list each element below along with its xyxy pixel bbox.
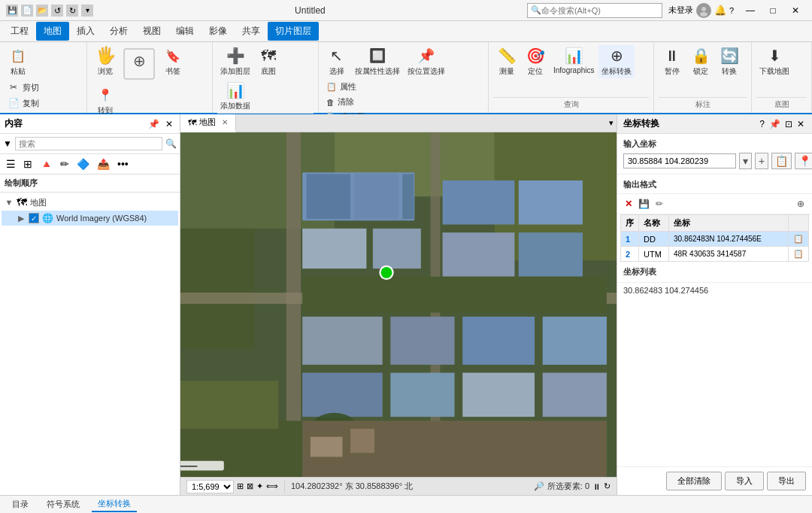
panel-help-button[interactable]: ? <box>758 119 766 129</box>
coord-input-add[interactable]: + <box>755 153 768 169</box>
svg-rect-24 <box>462 317 535 365</box>
map-tab[interactable]: 🗺 地图 ✕ <box>180 114 236 132</box>
row-dd-copy[interactable]: 📋 <box>789 232 809 247</box>
scale-selector[interactable]: 1:5,699 <box>186 480 234 493</box>
more-options-button[interactable]: ••• <box>114 156 132 172</box>
output-save-button[interactable]: 💾 <box>637 197 651 211</box>
nav-icon-1[interactable]: ⊞ <box>237 481 244 491</box>
sidebar-pin-button[interactable]: 📌 <box>146 119 162 129</box>
output-edit-button[interactable]: ✏ <box>654 197 665 211</box>
measure-button[interactable]: 📏 测量 <box>493 45 520 78</box>
nav-icon-4[interactable]: ⟺ <box>266 481 278 491</box>
add-data-button[interactable]: 📊 添加数据 <box>217 80 253 113</box>
undo-icon[interactable]: ↺ <box>51 5 63 17</box>
tree-item-map[interactable]: ▼ 🗺 地图 <box>2 194 178 211</box>
menu-item-analysis[interactable]: 分析 <box>102 22 135 41</box>
map-tab-close[interactable]: ✕ <box>222 118 228 126</box>
menu-item-view[interactable]: 视图 <box>135 22 168 41</box>
pause-button[interactable]: ⏸ 暂停 <box>659 45 686 78</box>
bookmark-button[interactable]: 🔖 书签 <box>159 45 186 78</box>
window-controls[interactable]: — □ ✕ <box>740 2 806 19</box>
sidebar-search-input[interactable] <box>15 137 162 150</box>
export-button-coord[interactable]: 导出 <box>767 472 806 490</box>
nav-icon-3[interactable]: ✦ <box>256 481 263 491</box>
coord-input-locate[interactable]: 📍 <box>795 153 812 169</box>
layer-checkbox[interactable]: ✓ <box>29 213 39 223</box>
minimize-button[interactable]: — <box>740 2 761 19</box>
download-map-button[interactable]: ⬇ 下载地图 <box>756 45 792 78</box>
notification-icon[interactable]: 🔔 <box>714 5 726 16</box>
copy-button[interactable]: 📄 复制 <box>5 96 59 111</box>
row-utm-copy[interactable]: 📋 <box>789 247 809 262</box>
save-icon[interactable]: 💾 <box>6 5 18 17</box>
add-layer-button[interactable]: ➕ 添加图层 <box>217 45 253 78</box>
filter-button[interactable]: 🔺 <box>37 156 56 172</box>
menu-item-imagery[interactable]: 影像 <box>201 22 235 41</box>
select-button[interactable]: ↖ 选择 <box>323 45 350 78</box>
select-by-location-button[interactable]: 📌 按位置选择 <box>404 45 448 78</box>
coord-input-copy[interactable]: 📋 <box>771 153 792 169</box>
col-coords: 坐标 <box>669 215 789 232</box>
nav-icon-2[interactable]: ⊠ <box>247 481 253 491</box>
goto-button[interactable]: 📍 转到 <box>92 84 119 117</box>
output-remove-button[interactable]: ✕ <box>623 197 634 211</box>
grid-view-button[interactable]: ⊞ <box>20 156 35 172</box>
select-by-attr-button[interactable]: 🔲 按属性性选择 <box>352 45 403 78</box>
menu-item-share[interactable]: 共享 <box>235 22 268 41</box>
redo-icon[interactable]: ↻ <box>66 5 78 17</box>
svg-point-1 <box>700 12 707 17</box>
export-button[interactable]: 📤 <box>94 156 113 172</box>
coord-row-utm[interactable]: 2 UTM 48R 430635 3414587 📋 <box>621 247 809 262</box>
svg-rect-34 <box>180 381 278 429</box>
coord-input-dropdown[interactable]: ▾ <box>739 153 752 169</box>
menu-item-tile-layer[interactable]: 切片图层 <box>268 22 319 41</box>
output-add-row-button[interactable]: ⊕ <box>795 197 806 211</box>
infographics-button[interactable]: 📊 Infographics <box>550 45 597 76</box>
menu-item-edit[interactable]: 编辑 <box>168 22 201 41</box>
sidebar-close-button[interactable]: ✕ <box>163 119 175 129</box>
map-dropdown-button[interactable]: ▾ <box>609 118 614 128</box>
basemap-button[interactable]: 🗺 底图 <box>255 45 282 78</box>
map-canvas[interactable]: ━━━━━ <box>180 132 617 477</box>
sidebar-search-button[interactable]: 🔍 <box>165 138 177 149</box>
list-view-button[interactable]: ☰ <box>3 156 19 172</box>
svg-rect-17 <box>373 229 421 269</box>
coord-input-field[interactable] <box>623 153 736 168</box>
close-button[interactable]: ✕ <box>785 2 806 19</box>
import-button[interactable]: 导入 <box>725 472 764 490</box>
command-search-box[interactable]: 🔍 <box>527 3 662 18</box>
paste-button[interactable]: 📋 粘贴 <box>5 45 32 78</box>
clear-button[interactable]: 🗑 清除 <box>323 95 368 109</box>
pause-button-footer[interactable]: ⏸ <box>592 482 601 491</box>
menu-item-project[interactable]: 工程 <box>3 22 36 41</box>
more-icon[interactable]: ▾ <box>81 5 93 17</box>
tree-item-world-imagery[interactable]: ▶ ✓ 🌐 World Imagery (WGS84) <box>2 211 178 226</box>
status-tab-coord-convert[interactable]: 坐标转换 <box>92 496 137 512</box>
clear-all-button[interactable]: 全部清除 <box>666 472 722 490</box>
new-icon[interactable]: 📄 <box>21 5 33 17</box>
panel-pin-button[interactable]: 📌 <box>768 119 782 129</box>
refresh-button[interactable]: ↻ <box>604 481 611 491</box>
maximize-button[interactable]: □ <box>762 2 783 19</box>
panel-close-button[interactable]: ✕ <box>795 119 806 129</box>
pen-button[interactable]: ✏ <box>57 156 72 172</box>
browse-button[interactable]: 🖐 浏览 <box>92 45 119 78</box>
menu-item-insert[interactable]: 插入 <box>69 22 102 41</box>
menu-item-map[interactable]: 地图 <box>36 22 69 41</box>
panel-float-button[interactable]: ⊡ <box>783 119 794 129</box>
status-tab-catalog[interactable]: 目录 <box>6 497 35 511</box>
help-icon[interactable]: ? <box>729 6 734 15</box>
locate-button[interactable]: 🎯 定位 <box>522 45 549 78</box>
coord-convert-button[interactable]: ⊕ 坐标转换 <box>598 45 635 78</box>
status-tab-symbology[interactable]: 符号系统 <box>41 497 86 511</box>
open-icon[interactable]: 📂 <box>36 5 48 17</box>
command-search-input[interactable] <box>541 6 654 15</box>
property-button[interactable]: 📋 属性 <box>323 80 368 94</box>
convert-button[interactable]: 🔄 转换 <box>716 45 743 78</box>
lock-button[interactable]: 🔒 锁定 <box>687 45 714 78</box>
coord-row-dd[interactable]: 1 DD 30.862483N 104.274456E 📋 <box>621 232 809 247</box>
cut-button[interactable]: ✂ 剪切 <box>5 80 59 95</box>
user-avatar[interactable] <box>696 3 711 18</box>
layer-type-button[interactable]: 🔷 <box>74 156 92 172</box>
cut-icon: ✂ <box>8 81 20 93</box>
